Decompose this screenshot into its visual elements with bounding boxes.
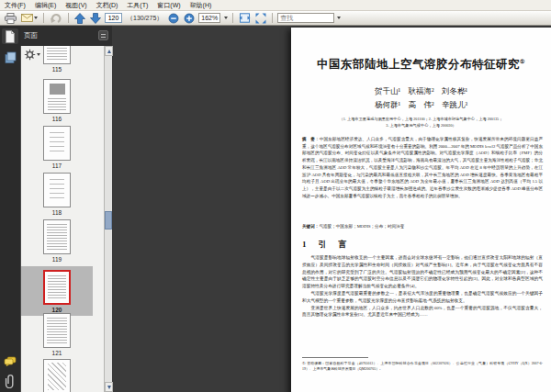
keywords-text: 气溶胶；中国东部；MODIS；分布；时间演变 xyxy=(319,224,404,229)
email-button[interactable] xyxy=(20,12,39,25)
footnote-text: ① 资助课题：国家自然科学基金（40705013）、上海市国际科技合作基金项目（… xyxy=(302,361,543,372)
thumbnail-preview xyxy=(43,173,71,207)
scroll-up-button[interactable] xyxy=(105,46,113,56)
scroll-up-icon xyxy=(107,50,111,53)
menu-edit[interactable]: 编辑(E) xyxy=(35,1,56,10)
zoom-level-value: 162% xyxy=(201,15,218,21)
find-dropdown-caret[interactable] xyxy=(337,17,341,19)
layers-tab[interactable] xyxy=(2,50,18,65)
pdf-reader-window: 文件(F) 编辑(E) 视图(V) 文档(D) 工具(T) 窗口(W) 帮助(H… xyxy=(0,0,551,392)
attachments-tab[interactable] xyxy=(2,373,18,388)
separator xyxy=(68,13,69,23)
fit-width-icon xyxy=(239,13,251,23)
fit-width-button[interactable] xyxy=(238,12,252,25)
navigation-rail xyxy=(0,26,20,392)
affiliation-line-2: 3. 上海市气象局气候中心，上海 200030） xyxy=(291,123,551,128)
thumbnail-119[interactable]: 119 xyxy=(28,219,85,263)
scroll-down-button[interactable] xyxy=(105,382,113,392)
zoom-in-icon xyxy=(184,13,195,24)
menu-view[interactable]: 视图(V) xyxy=(65,1,86,10)
zoom-level-select[interactable]: 162% xyxy=(198,13,220,23)
paper-title: 中国东部陆地上空气溶胶分布特征研究① xyxy=(291,57,551,73)
find-box xyxy=(277,13,341,23)
section-1-heading: 1 引 言 xyxy=(302,239,349,251)
thumbnail-122[interactable]: 122 xyxy=(28,359,85,392)
gear-icon xyxy=(24,49,36,61)
paragraph: 亚洲是世界上快速发展的地区，人口众多，约占世界人口总数的 60%，也是一个重要的… xyxy=(302,305,543,319)
menu-window[interactable]: 窗口(W) xyxy=(157,1,180,10)
pages-icon xyxy=(5,30,16,43)
comments-tab[interactable] xyxy=(2,353,18,369)
menu-file[interactable]: 文件(F) xyxy=(5,1,26,10)
pages-tab[interactable] xyxy=(2,28,18,44)
abstract-block: 摘 要：中国东部地区经济发达、人口众多，气溶胶含量大，由于物理化学属性极其复杂，… xyxy=(302,136,543,199)
keywords-line: 关键词：气溶胶；中国东部；MODIS；分布；时间演变 xyxy=(302,224,543,229)
authors-line-1: 贺千山¹ 耿福海² 刘冬桦¹ xyxy=(291,86,551,97)
page-up-icon xyxy=(74,13,85,24)
toolbar: （130/275） 162% xyxy=(0,11,551,26)
menu-help[interactable]: 帮助(H) xyxy=(190,1,212,10)
paragraph: 气溶胶是影响地球辐射收支的一个主要因素，进而会对全球水循环有一定影响，他们通过直… xyxy=(302,254,543,290)
zoom-out-button[interactable] xyxy=(167,12,180,25)
thumbnail-preview xyxy=(43,79,71,114)
zoom-in-button[interactable] xyxy=(183,12,196,25)
thumbnail-120-selected[interactable]: 120 xyxy=(21,266,93,316)
footnote-rule xyxy=(302,357,368,358)
zoom-out-icon xyxy=(168,13,179,24)
email-dropdown-caret[interactable] xyxy=(34,17,38,19)
fullscreen-button[interactable] xyxy=(254,12,267,25)
keywords-label: 关键词： xyxy=(302,224,319,229)
menu-bar: 文件(F) 编辑(E) 视图(V) 文档(D) 工具(T) 窗口(W) 帮助(H… xyxy=(0,0,551,11)
menu-tools[interactable]: 工具(T) xyxy=(127,1,148,10)
comments-icon xyxy=(4,356,17,366)
thumbnail-preview xyxy=(43,126,71,161)
thumbnail-page-number: 120 xyxy=(21,307,93,313)
thumbnail-page-number: 117 xyxy=(28,162,85,169)
separator xyxy=(232,13,233,23)
thumbnail-117[interactable]: 117 xyxy=(28,126,85,169)
paragraph: 气溶胶光学厚度是气溶胶最重要的参数之一，是表征大气浑浊度的重要物理量，也是确定气… xyxy=(302,290,543,305)
print-button[interactable] xyxy=(4,12,17,25)
thumbnail-116[interactable]: 116 xyxy=(28,79,85,122)
email-icon xyxy=(21,13,33,23)
scroll-down-icon xyxy=(107,386,111,389)
gear-dropdown-caret[interactable] xyxy=(37,53,40,56)
thumbnail-scrollbar[interactable] xyxy=(104,46,112,392)
pages-panel-title: 页面 xyxy=(24,31,38,40)
thumbnail-page-number: 116 xyxy=(28,116,85,122)
page-count-label: （130/275） xyxy=(127,14,163,23)
menu-document[interactable]: 文档(D) xyxy=(96,1,118,10)
previous-page-button[interactable] xyxy=(73,12,86,25)
authors-line-2: 杨何群¹ 高 伟² 辛跳儿³ xyxy=(291,100,551,111)
printer-icon xyxy=(5,13,17,24)
next-page-button[interactable] xyxy=(89,12,102,25)
page-down-icon xyxy=(90,13,101,24)
panel-gear-menu[interactable] xyxy=(24,49,40,61)
thumbnail-121[interactable]: 121 xyxy=(28,313,85,356)
previous-view-icon xyxy=(50,13,62,24)
thumbnail-page-number: 118 xyxy=(28,209,85,216)
scrollbar-thumb[interactable] xyxy=(105,211,112,230)
separator xyxy=(43,13,44,23)
thumbnail-list: 115 116 117 118 119 120 xyxy=(21,46,105,392)
affiliation-line-1: （1. 上海市卫星遥感与测量应用中心，上海 201100；2. 上海市城市环境气… xyxy=(291,117,551,121)
thumbnail-page-number: 119 xyxy=(28,256,85,263)
find-input[interactable] xyxy=(277,13,334,23)
paper-title-text: 中国东部陆地上空气溶胶分布特征研究 xyxy=(317,58,520,71)
thumbnail-preview xyxy=(43,270,71,305)
thumbnail-page-number: 121 xyxy=(28,350,85,356)
abstract-label: 摘 要： xyxy=(302,137,320,141)
thumbnail-preview xyxy=(43,359,71,392)
document-canvas: 中国东部陆地上空气溶胶分布特征研究① 贺千山¹ 耿福海² 刘冬桦¹ 杨何群¹ 高… xyxy=(112,26,551,392)
abstract-text: 中国东部地区经济发达、人口众多，气溶胶含量大，由于物理化学属性极其复杂，快速发展… xyxy=(302,137,543,198)
separator xyxy=(272,13,273,23)
thumbnail-page-number: 115 xyxy=(28,66,85,73)
layers-icon xyxy=(5,51,17,63)
panel-options-button[interactable] xyxy=(98,30,108,40)
paperclip-icon xyxy=(5,374,16,388)
body-paragraphs: 气溶胶是影响地球辐射收支的一个主要因素，进而会对全球水循环有一定影响，他们通过直… xyxy=(302,254,543,319)
thumbnail-118[interactable]: 118 xyxy=(28,173,85,216)
zoom-dropdown-caret[interactable] xyxy=(224,17,228,19)
fullscreen-icon xyxy=(255,13,266,24)
page-number-input[interactable] xyxy=(105,13,122,23)
